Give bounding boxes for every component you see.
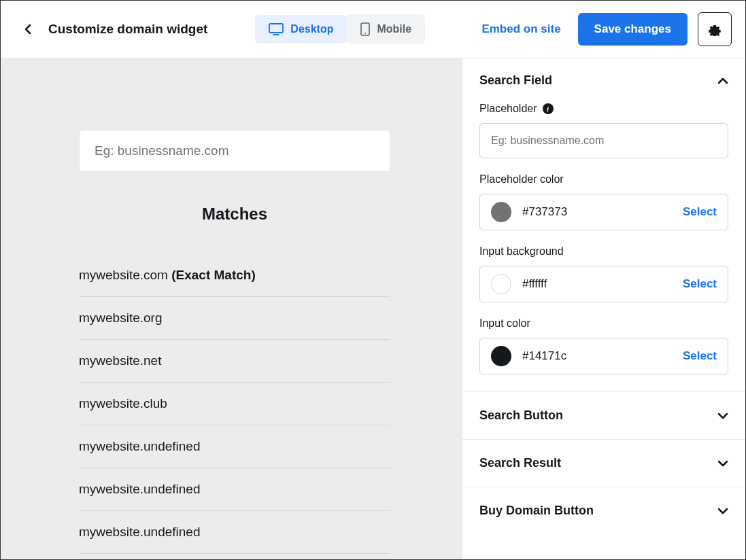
mobile-toggle[interactable]: Mobile <box>347 14 425 44</box>
color-value: #14171c <box>522 349 683 363</box>
chevron-left-icon <box>24 24 31 35</box>
placeholder-color-row: #737373 Select <box>479 194 728 230</box>
color-value: #ffffff <box>522 277 683 291</box>
svg-point-3 <box>364 33 366 34</box>
chevron-up-icon <box>717 77 728 84</box>
select-color-button[interactable]: Select <box>683 349 717 363</box>
back-button[interactable] <box>14 16 41 43</box>
match-row[interactable]: mywebsite.undefined <box>79 425 390 468</box>
save-button[interactable]: Save changes <box>578 13 688 46</box>
chevron-down-icon <box>717 413 728 419</box>
mobile-label: Mobile <box>377 23 411 35</box>
matches-list: mywebsite.com (Exact Match) mywebsite.or… <box>79 254 390 554</box>
search-input-preview[interactable]: Eg: businessname.com <box>79 130 390 172</box>
placeholder-label: Placeholder i <box>479 103 728 115</box>
svg-rect-0 <box>269 24 283 33</box>
section-title: Buy Domain Button <box>479 504 594 518</box>
color-swatch <box>491 274 511 294</box>
input-bg-row: #ffffff Select <box>479 266 728 302</box>
chevron-down-icon <box>717 460 728 467</box>
gear-icon <box>708 22 722 36</box>
section-search-result[interactable]: Search Result <box>462 440 745 487</box>
color-value: #737373 <box>522 205 683 219</box>
color-swatch <box>491 202 511 222</box>
color-swatch <box>491 346 511 366</box>
settings-button[interactable] <box>698 12 732 46</box>
section-title: Search Result <box>479 456 561 470</box>
input-color-row: #14171c Select <box>479 338 728 374</box>
match-row[interactable]: mywebsite.club <box>79 383 390 425</box>
section-body: Placeholder i Placeholder color #737373 … <box>462 103 745 391</box>
matches-title: Matches <box>79 205 390 224</box>
match-row[interactable]: mywebsite.undefined <box>79 511 390 554</box>
desktop-label: Desktop <box>290 23 333 35</box>
embed-link[interactable]: Embed on site <box>481 22 560 36</box>
page-title: Customize domain widget <box>48 22 207 37</box>
desktop-icon <box>269 23 284 35</box>
match-row[interactable]: mywebsite.org <box>79 297 390 340</box>
select-color-button[interactable]: Select <box>683 277 717 291</box>
header: Customize domain widget Desktop Mobile E… <box>1 1 745 58</box>
info-icon[interactable]: i <box>543 103 554 114</box>
placeholder-input[interactable] <box>479 123 728 158</box>
desktop-toggle[interactable]: Desktop <box>255 15 347 43</box>
mobile-icon <box>360 22 370 36</box>
section-title: Search Button <box>479 408 563 423</box>
match-row[interactable]: mywebsite.net <box>79 340 390 383</box>
match-row[interactable]: mywebsite.com (Exact Match) <box>79 254 390 297</box>
input-color-label: Input color <box>479 317 728 330</box>
preview-area: Eg: businessname.com Matches mywebsite.c… <box>1 58 462 559</box>
chevron-down-icon <box>717 508 728 514</box>
select-color-button[interactable]: Select <box>683 205 717 219</box>
section-search-field[interactable]: Search Field <box>462 58 745 88</box>
placeholder-color-label: Placeholder color <box>479 173 728 186</box>
input-bg-label: Input background <box>479 245 728 258</box>
section-title: Search Field <box>479 73 552 88</box>
section-buy-domain[interactable]: Buy Domain Button <box>462 487 745 534</box>
match-row[interactable]: mywebsite.undefined <box>79 468 390 511</box>
section-search-button[interactable]: Search Button <box>462 392 745 440</box>
device-toggle: Desktop Mobile <box>255 14 425 44</box>
sidebar: Search Field Placeholder i Placeholder c… <box>462 58 745 559</box>
